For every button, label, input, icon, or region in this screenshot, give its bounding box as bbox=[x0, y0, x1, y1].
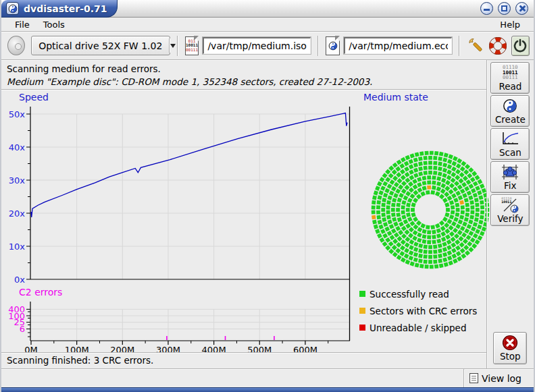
log-document-icon bbox=[469, 373, 478, 383]
svg-text:200M: 200M bbox=[110, 345, 134, 352]
titlebar-tab[interactable]: dvdisaster-0.71 bbox=[1, 0, 118, 18]
close-button[interactable] bbox=[515, 2, 528, 15]
window-bottom-frame bbox=[1, 387, 534, 392]
minimize-icon bbox=[484, 9, 490, 11]
binary-read-icon: 011101001100111 bbox=[503, 65, 518, 81]
action-sidebar: 011101001100111 Read Create bbox=[486, 60, 534, 368]
svg-text:300M: 300M bbox=[156, 345, 180, 352]
svg-text:30x: 30x bbox=[9, 175, 26, 186]
yinyang-icon bbox=[328, 41, 338, 51]
chevron-down-icon bbox=[170, 44, 176, 48]
ecc-path-input[interactable] bbox=[344, 37, 452, 54]
svg-text:600M: 600M bbox=[293, 345, 317, 352]
operation-title: Scanning medium for read errors. bbox=[7, 63, 486, 76]
verify-button[interactable]: 0111010011 Verify bbox=[490, 194, 530, 226]
quit-power-button[interactable] bbox=[511, 36, 530, 56]
yinyang-icon bbox=[510, 204, 519, 213]
scan-curve-icon bbox=[501, 131, 519, 146]
drive-selector-value: Optical drive 52X FW 1.02 bbox=[32, 40, 169, 51]
scan-result-status: Scanning finished: 3 CRC errors. bbox=[1, 352, 486, 368]
fix-button[interactable]: Fix bbox=[490, 161, 530, 193]
combo-arrow-button[interactable] bbox=[170, 44, 176, 48]
read-button-label: Read bbox=[499, 81, 521, 92]
svg-text:0x: 0x bbox=[14, 275, 25, 285]
toolbar-separator bbox=[317, 36, 319, 56]
svg-text:400M: 400M bbox=[202, 345, 226, 352]
window-title: dvdisaster-0.71 bbox=[24, 3, 107, 14]
optical-drive-icon bbox=[7, 36, 25, 55]
preferences-wrench-button[interactable] bbox=[467, 36, 485, 56]
menubar: File Tools Help bbox=[1, 18, 534, 32]
iso-file-icon: 011 10011 00111 bbox=[185, 36, 199, 55]
titlebar: dvdisaster-0.71 bbox=[1, 0, 534, 18]
minimize-button[interactable] bbox=[480, 2, 493, 15]
maximize-icon bbox=[501, 5, 507, 11]
toolbar-separator bbox=[177, 36, 178, 56]
medium-info: Medium "Example disc": CD-ROM mode 1, 35… bbox=[7, 76, 486, 88]
fix-button-label: Fix bbox=[504, 180, 517, 191]
speed-chart-label: Speed bbox=[19, 92, 49, 103]
verify-compare-icon: 0111010011 bbox=[501, 197, 519, 213]
medium-state-legend: Successfully read Sectors with CRC error… bbox=[359, 285, 477, 336]
lifesaver-icon bbox=[489, 37, 507, 55]
view-log-label: View log bbox=[482, 373, 521, 384]
legend-item: Unreadable / skipped bbox=[359, 319, 477, 336]
svg-text:100M: 100M bbox=[65, 345, 89, 352]
legend-label: Successfully read bbox=[370, 289, 449, 300]
maximize-button[interactable] bbox=[498, 2, 511, 15]
svg-text:20x: 20x bbox=[9, 208, 26, 219]
green-swatch-icon bbox=[359, 291, 365, 297]
svg-text:10x: 10x bbox=[9, 242, 26, 252]
read-button[interactable]: 011101001100111 Read bbox=[490, 62, 530, 94]
stop-button[interactable]: Stop bbox=[493, 332, 527, 364]
statusbar: View log bbox=[1, 368, 534, 387]
svg-text:500M: 500M bbox=[247, 345, 272, 352]
menu-file[interactable]: File bbox=[8, 19, 36, 30]
scan-button-label: Scan bbox=[499, 147, 521, 158]
app-window: dvdisaster-0.71 File Tools Help Optical … bbox=[0, 0, 535, 392]
view-log-button[interactable]: View log bbox=[463, 369, 528, 387]
operation-header: Scanning medium for read errors. Medium … bbox=[1, 60, 486, 90]
help-lifesaver-button[interactable] bbox=[489, 36, 507, 56]
svg-text:50x: 50x bbox=[9, 109, 26, 119]
c2-chart-label: C2 errors bbox=[19, 287, 62, 298]
verify-button-label: Verify bbox=[497, 213, 523, 224]
yinyang-icon bbox=[8, 4, 18, 13]
toolbar-separator bbox=[459, 36, 460, 56]
menu-help[interactable]: Help bbox=[493, 19, 527, 30]
legend-label: Unreadable / skipped bbox=[370, 323, 466, 333]
amber-swatch-icon bbox=[359, 308, 365, 314]
yinyang-icon bbox=[503, 99, 517, 113]
puzzle-piece-icon bbox=[501, 164, 519, 180]
svg-text:0M: 0M bbox=[24, 345, 38, 352]
wrench-icon bbox=[467, 37, 485, 55]
svg-text:6: 6 bbox=[20, 324, 25, 334]
legend-label: Sectors with CRC errors bbox=[370, 306, 477, 316]
create-button-label: Create bbox=[495, 114, 526, 125]
svg-text:40x: 40x bbox=[9, 142, 26, 152]
close-icon bbox=[518, 5, 526, 12]
legend-item: Sectors with CRC errors bbox=[359, 302, 477, 319]
medium-state-disc bbox=[367, 147, 493, 273]
iso-path-input[interactable] bbox=[203, 37, 311, 54]
create-button[interactable]: Create bbox=[490, 95, 530, 127]
chart-area: 0x10x20x30x40x50x4001002560M100M200M300M… bbox=[1, 90, 486, 352]
legend-item: Successfully read bbox=[359, 285, 477, 302]
ecc-file-icon bbox=[326, 36, 340, 55]
drive-selector[interactable]: Optical drive 52X FW 1.02 bbox=[31, 36, 170, 55]
app-logo bbox=[6, 2, 19, 15]
stop-button-label: Stop bbox=[500, 351, 521, 362]
stop-icon bbox=[502, 335, 518, 351]
menu-tools[interactable]: Tools bbox=[36, 19, 72, 30]
red-swatch-icon bbox=[359, 325, 365, 331]
scan-button[interactable]: Scan bbox=[490, 128, 530, 160]
medium-state-label: Medium state bbox=[363, 92, 428, 103]
toolbar: Optical drive 52X FW 1.02 011 10011 0011… bbox=[1, 32, 534, 60]
power-icon bbox=[513, 38, 528, 53]
